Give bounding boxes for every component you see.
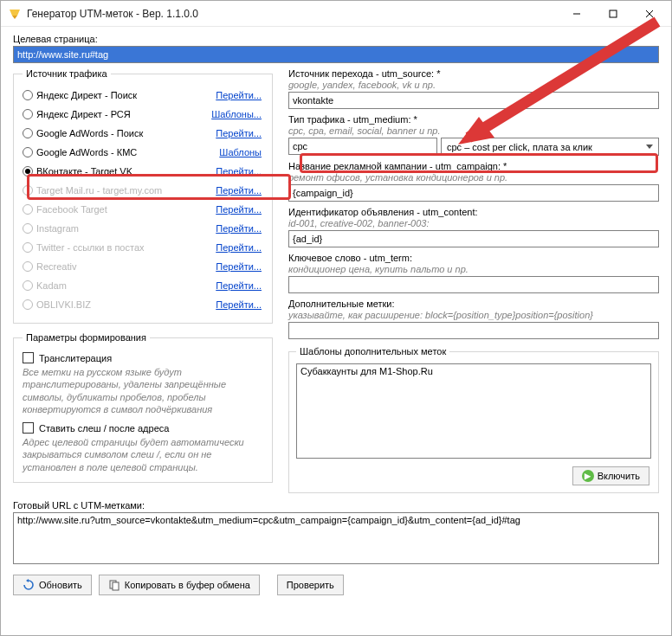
source-label: Источник перехода - utm_source: * (288, 68, 659, 79)
source-radio-6 (23, 204, 33, 215)
source-radio-0[interactable] (23, 90, 33, 100)
source-link-10[interactable]: Перейти... (216, 280, 262, 291)
slash-label: Ставить слеш / после адреса (39, 423, 169, 434)
medium-label: Тип трафика - utm_medium: * (288, 114, 659, 125)
source-label-0: Яндекс Директ - Поиск (36, 90, 216, 100)
source-row-2: Google AdWords - ПоискПерейти... (23, 124, 263, 143)
medium-input[interactable] (288, 138, 437, 155)
source-row-3: Google AdWords - КМСШаблоны (23, 143, 263, 162)
check-button[interactable]: Проверить (277, 575, 344, 595)
app-icon (8, 7, 22, 21)
extra-hint: указывайте, как расширение: block={posit… (288, 310, 659, 320)
copy-button[interactable]: Копировать в буфер обмена (99, 575, 260, 595)
medium-select[interactable]: cpc – cost per click, плата за клик (441, 138, 659, 156)
svg-rect-1 (610, 10, 617, 17)
source-row-8: Twitter - ссылки в постахПерейти... (23, 238, 263, 257)
refresh-button[interactable]: Обновить (13, 575, 92, 595)
source-hint: google, yandex, facebook, vk и пр. (288, 80, 659, 90)
source-row-11: OBLIVKI.BIZПерейти... (23, 295, 263, 314)
source-label-2: Google AdWords - Поиск (36, 128, 216, 138)
translit-hint: Все метки на русском языке будут трансли… (23, 366, 263, 415)
source-link-4[interactable]: Перейти... (216, 166, 262, 177)
minimize-button[interactable] (559, 2, 595, 26)
source-row-9: RecreativПерейти... (23, 257, 263, 276)
source-label-11: OBLIVKI.BIZ (36, 299, 216, 310)
source-link-11[interactable]: Перейти... (216, 299, 262, 310)
window-title: Генератор UTM-меток - Вер. 1.1.0.0 (27, 8, 559, 20)
translit-label: Транслитерация (39, 353, 112, 363)
templates-legend: Шаблоны дополнительных меток (296, 346, 449, 357)
source-row-4: ВКонтакте - Target VKПерейти... (23, 162, 263, 181)
source-radio-8 (23, 242, 33, 253)
source-radio-5 (23, 185, 33, 196)
target-page-input[interactable]: http://www.site.ru#tag (13, 46, 659, 63)
source-label-3: Google AdWords - КМС (36, 147, 219, 157)
content-hint: id-001, creative-002, banner-003: (288, 218, 659, 228)
source-radio-9 (23, 261, 33, 272)
source-link-2[interactable]: Перейти... (216, 128, 262, 138)
source-radio-1[interactable] (23, 109, 33, 119)
source-row-7: InstagramПерейти... (23, 219, 263, 238)
source-radio-11 (23, 299, 33, 310)
source-row-10: KadamПерейти... (23, 276, 263, 295)
campaign-input[interactable] (288, 184, 659, 202)
source-row-6: Facebook TargetПерейти... (23, 200, 263, 219)
term-hint: кондиционер цена, купить пальто и пр. (288, 264, 659, 274)
source-link-6[interactable]: Перейти... (216, 204, 262, 215)
source-label-4: ВКонтакте - Target VK (36, 166, 216, 177)
translit-checkbox[interactable] (23, 352, 34, 363)
term-input[interactable] (288, 276, 659, 293)
term-label: Ключевое слово - utm_term: (288, 253, 659, 263)
source-link-5[interactable]: Перейти... (216, 185, 262, 196)
slash-checkbox[interactable] (23, 422, 34, 434)
close-button[interactable] (631, 2, 668, 26)
source-radio-2[interactable] (23, 128, 33, 138)
source-link-7[interactable]: Перейти... (216, 223, 262, 234)
extra-label: Дополнительные метки: (288, 299, 659, 309)
source-link-3[interactable]: Шаблоны (219, 147, 262, 157)
enable-button[interactable]: ▶ Включить (572, 466, 649, 485)
source-radio-4[interactable] (23, 166, 33, 177)
source-label-5: Target Mail.ru - target.my.com (36, 185, 216, 196)
source-link-8[interactable]: Перейти... (216, 242, 262, 253)
source-row-0: Яндекс Директ - ПоискПерейти... (23, 86, 263, 105)
source-label-7: Instagram (36, 223, 216, 234)
content-label: Идентификатор объявления - utm_content: (288, 207, 659, 217)
source-link-9[interactable]: Перейти... (216, 261, 262, 272)
templates-group: Шаблоны дополнительных меток Субаккаунты… (288, 346, 659, 493)
templates-textarea[interactable]: Субаккаунты для M1-Shop.Ru (296, 363, 651, 459)
source-radio-3[interactable] (23, 147, 33, 157)
copy-icon (108, 579, 120, 591)
content-input[interactable] (288, 230, 659, 247)
ready-url-textarea[interactable]: http://www.site.ru?utm_source=vkontakte&… (13, 512, 659, 564)
source-label-1: Яндекс Директ - РСЯ (36, 109, 211, 119)
source-radio-10 (23, 280, 33, 291)
source-row-5: Target Mail.ru - target.my.comПерейти... (23, 181, 263, 200)
traffic-source-group: Источник трафика Яндекс Директ - ПоискПе… (13, 68, 273, 324)
target-page-label: Целевая страница: (13, 34, 659, 44)
maximize-button[interactable] (595, 2, 631, 26)
params-legend: Параметры формирования (23, 332, 150, 343)
source-label-9: Recreativ (36, 261, 216, 272)
ready-url-label: Готовый URL с UTM-метками: (13, 500, 659, 511)
source-label-10: Kadam (36, 280, 216, 291)
refresh-icon (23, 579, 35, 591)
campaign-hint: ремонт офисов, установка кондиционеров и… (288, 172, 659, 183)
source-radio-7 (23, 223, 33, 234)
slash-hint: Адрес целевой страницы будет автоматичес… (23, 436, 263, 473)
source-label-6: Facebook Target (36, 204, 216, 215)
source-label-8: Twitter - ссылки в постах (36, 242, 216, 253)
medium-hint: cpc, cpa, email, social, banner и пр. (288, 125, 659, 136)
source-link-1[interactable]: Шаблоны... (211, 109, 262, 119)
extra-input[interactable] (288, 322, 659, 339)
source-row-1: Яндекс Директ - РСЯШаблоны... (23, 105, 263, 124)
source-input[interactable] (288, 92, 659, 109)
campaign-label: Название рекламной кампании - utm_campai… (288, 161, 659, 171)
play-icon: ▶ (582, 470, 594, 482)
source-link-0[interactable]: Перейти... (216, 90, 262, 100)
svg-rect-5 (113, 582, 119, 590)
traffic-source-legend: Источник трафика (23, 68, 111, 79)
params-group: Параметры формирования Транслитерация Вс… (13, 332, 273, 483)
titlebar: Генератор UTM-меток - Вер. 1.1.0.0 (1, 1, 671, 27)
